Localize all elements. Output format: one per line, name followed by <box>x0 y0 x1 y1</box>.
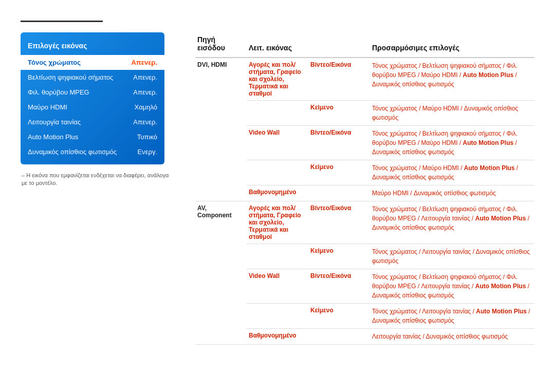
main-layout: Επιλογές εικόνας Τόνος χρώματος Απενερ. … <box>21 32 534 345</box>
menu-item-label-2: Φιλ. θορύβου MPEG <box>28 88 89 96</box>
picture-mode-cell: Κείμενο <box>308 244 370 269</box>
top-line <box>21 21 103 22</box>
menu-item-4[interactable]: Λειτουργία ταινίας Απενερ. <box>21 115 164 129</box>
image-mode-empty <box>247 160 308 185</box>
picture-mode-cell: Βίντεο/Εικόνα <box>308 269 370 304</box>
menu-item-1[interactable]: Βελτίωση ψηφιακού σήματος Απενερ. <box>21 70 164 85</box>
picture-mode-empty <box>308 185 370 201</box>
picture-mode-empty <box>308 329 370 345</box>
image-mode-cell: Βαθμονομημένο <box>247 185 308 201</box>
options-cell: Μαύρο HDMI / Δυναμικός οπίσθιος φωτισμός <box>370 185 534 201</box>
picture-mode-cell: Κείμενο <box>308 101 370 126</box>
options-cell: Τόνος χρώματος / Μαύρο HDMI / Δυναμικός … <box>370 101 534 126</box>
left-panel: Επιλογές εικόνας Τόνος χρώματος Απενερ. … <box>21 32 175 188</box>
menu-item-value-3: Χαμηλό <box>135 103 157 111</box>
picture-mode-cell: Κείμενο <box>308 160 370 185</box>
menu-item-2[interactable]: Φιλ. θορύβου MPEG Απενερ. <box>21 85 164 100</box>
picture-mode-cell: Βίντεο/Εικόνα <box>308 126 370 160</box>
source-cell-dvi-hdmi: DVI, HDMI <box>195 58 247 201</box>
menu-item-label-5: Auto Motion Plus <box>28 133 78 141</box>
options-cell: Τόνος χρώματος / Βελτίωση ψηφιακού σήματ… <box>370 269 534 304</box>
image-mode-empty <box>247 101 308 126</box>
image-mode-cell: Video Wall <box>247 269 308 304</box>
menu-item-label-3: Μαύρο HDMI <box>28 103 67 111</box>
options-cell: Τόνος χρώματος / Λειτουργία ταινίας / Δυ… <box>370 244 534 269</box>
menu-item-value-0: Απενερ. <box>131 59 157 66</box>
options-cell: Τόνος χρώματος / Βελτίωση ψηφιακού σήματ… <box>370 58 534 101</box>
image-mode-empty <box>247 244 308 269</box>
menu-item-value-2: Απενερ. <box>133 88 157 96</box>
image-mode-cell: Αγορές και πολ/στήματα, Γραφείοκαι σχολε… <box>247 201 308 244</box>
col-header-source: Πηγήεισόδου <box>195 32 247 58</box>
menu-title: Επιλογές εικόνας <box>21 38 164 55</box>
table-row: DVI, HDMI Αγορές και πολ/στήματα, Γραφεί… <box>195 58 534 101</box>
source-cell-av-component: AV,Component <box>195 201 247 345</box>
right-section: Πηγήεισόδου Λειτ. εικόνας Προσαρμόσιμες … <box>195 32 534 345</box>
menu-item-value-6: Ενεργ. <box>138 148 157 156</box>
options-cell: Τόνος χρώματος / Βελτίωση ψηφιακού σήματ… <box>370 126 534 160</box>
options-cell: Τόνος χρώματος / Βελτίωση ψηφιακού σήματ… <box>370 201 534 244</box>
menu-item-value-5: Τυπικό <box>137 133 157 141</box>
menu-item-6[interactable]: Δυναμικός οπίσθιος φωτισμός Ενεργ. <box>21 144 164 159</box>
picture-mode-cell: Βίντεο/Εικόνα <box>308 58 370 101</box>
menu-item-0[interactable]: Τόνος χρώματος Απενερ. <box>21 55 164 70</box>
menu-item-label-0: Τόνος χρώματος <box>28 59 81 66</box>
menu-item-label-4: Λειτουργία ταινίας <box>28 118 81 126</box>
picture-mode-cell: Βίντεο/Εικόνα <box>308 201 370 244</box>
image-mode-cell: Αγορές και πολ/στήματα, Γραφείοκαι σχολε… <box>247 58 308 101</box>
menu-item-value-1: Απενερ. <box>133 73 157 81</box>
options-cell: Λειτουργία ταινίας / Δυναμικός οπίσθιος … <box>370 329 534 345</box>
col-header-options: Προσαρμόσιμες επιλογές <box>370 32 534 58</box>
menu-item-5[interactable]: Auto Motion Plus Τυπικό <box>21 129 164 144</box>
footnote: – Η εικόνα που εμφανίζεται ενδέχεται να … <box>21 172 175 188</box>
menu-item-value-4: Απενερ. <box>133 118 157 126</box>
menu-item-label-6: Δυναμικός οπίσθιος φωτισμός <box>28 148 117 156</box>
menu-item-label-1: Βελτίωση ψηφιακού σήματος <box>28 73 113 81</box>
picture-mode-cell: Κείμενο <box>308 304 370 329</box>
image-mode-empty <box>247 304 308 329</box>
options-cell: Τόνος χρώματος / Λειτουργία ταινίας / Au… <box>370 304 534 329</box>
options-cell: Τόνος χρώματος / Μαύρο HDMI / Auto Motio… <box>370 160 534 185</box>
image-mode-cell: Βαθμονομημένο <box>247 329 308 345</box>
col-header-picture-mode <box>308 32 370 58</box>
menu-box: Επιλογές εικόνας Τόνος χρώματος Απενερ. … <box>21 32 164 164</box>
image-mode-cell: Video Wall <box>247 126 308 160</box>
col-header-image-mode: Λειτ. εικόνας <box>247 32 308 58</box>
menu-item-3[interactable]: Μαύρο HDMI Χαμηλό <box>21 100 164 115</box>
table-row: AV,Component Αγορές και πολ/στήματα, Γρα… <box>195 201 534 244</box>
options-table: Πηγήεισόδου Λειτ. εικόνας Προσαρμόσιμες … <box>195 32 534 345</box>
